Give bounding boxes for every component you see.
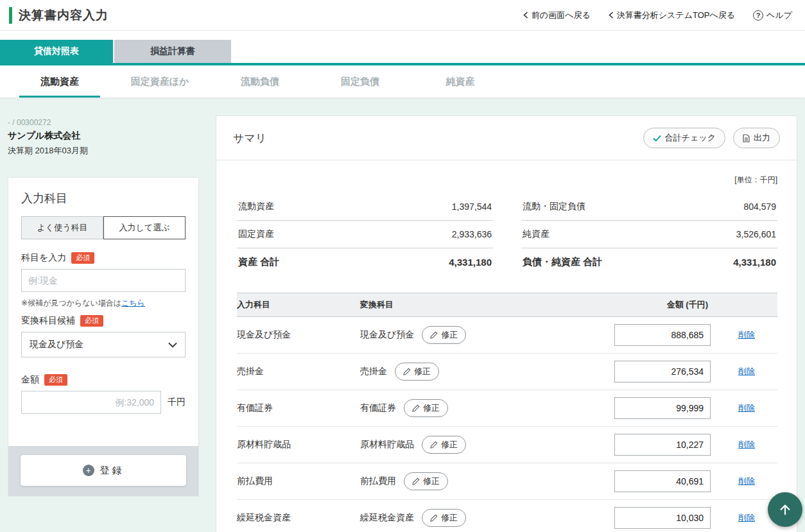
chevron-left-icon [523, 12, 528, 19]
edit-button[interactable]: 修正 [422, 509, 466, 527]
col-converted-subject: 変換科目 [360, 299, 607, 311]
tab-frequent-subjects[interactable]: よく使う科目 [21, 216, 103, 239]
output-button[interactable]: 出力 [733, 128, 780, 148]
table-row: 売掛金 売掛金 修正 削除 [237, 354, 777, 390]
edit-button[interactable]: 修正 [395, 363, 439, 381]
subject-table: 入力科目 変換科目 金額 (千円) 現金及び預金 現金及び預金 修正 削除 [237, 293, 777, 532]
register-footer: 登録 [8, 446, 198, 496]
row-amount-input[interactable] [614, 324, 711, 346]
pencil-icon [403, 368, 411, 375]
amount-label: 金額 [21, 374, 39, 386]
converted-subject: 繰延税金資産 [360, 512, 414, 524]
summary-section: [単位：千円] 流動資産 1,397,544 固定資産 2,933,636 資産… [216, 160, 797, 280]
content-area: - / 00300272 サンプル株式会社 決算期 2018年03月期 入力科目… [0, 98, 805, 532]
subtab-net-assets[interactable]: 純資産 [420, 65, 501, 98]
scroll-to-top-button[interactable] [768, 492, 802, 527]
back-top-link[interactable]: 決算書分析システムTOPへ戻る [609, 10, 735, 21]
summary-total-row: 負債・純資産 合計 4,331,180 [521, 248, 777, 276]
arrow-up-icon [778, 502, 792, 517]
edit-button[interactable]: 修正 [404, 472, 448, 490]
company-name: サンプル株式会社 [8, 130, 199, 142]
pencil-icon [412, 404, 420, 412]
input-subject: 有価証券 [237, 402, 360, 414]
table-header: 入力科目 変換科目 金額 (千円) [237, 293, 777, 317]
converted-subject: 売掛金 [360, 366, 387, 377]
converted-subject: 前払費用 [360, 476, 396, 487]
row-amount-input[interactable] [614, 470, 711, 492]
no-candidate-hint: ※候補が見つからない場合は [21, 298, 121, 307]
table-row: 原材料貯蔵品 原材料貯蔵品 修正 削除 [237, 427, 777, 463]
plus-icon [83, 465, 94, 476]
col-amount: 金額 (千円) [607, 299, 716, 311]
pencil-icon [430, 441, 438, 449]
input-subject: 現金及び預金 [237, 329, 360, 341]
required-badge: 必須 [44, 374, 67, 385]
edit-button[interactable]: 修正 [422, 436, 466, 454]
row-amount-input[interactable] [614, 397, 711, 419]
subject-input[interactable] [21, 269, 186, 292]
conversion-candidate-select[interactable]: 現金及び預金 [21, 332, 186, 357]
left-column: - / 00300272 サンプル株式会社 決算期 2018年03月期 入力科目… [8, 116, 199, 497]
amount-input[interactable] [21, 391, 161, 414]
summary-card: サマリ 合計チェック 出力 [単位：千円] 流動資産 1,397,544 [216, 116, 797, 532]
assets-column: 流動資産 1,397,544 固定資産 2,933,636 資産 合計 4,33… [237, 193, 493, 276]
document-icon [743, 134, 750, 142]
section-tabs: 流動資産 固定資産ほか 流動負債 固定負債 純資産 [0, 65, 805, 98]
delete-link[interactable]: 削除 [738, 513, 755, 522]
top-bar: 決算書内容入力 前の画面へ戻る 決算書分析システムTOPへ戻る ヘルプ [0, 0, 805, 31]
summary-title: サマリ [233, 131, 266, 146]
row-amount-input[interactable] [614, 361, 711, 382]
required-badge: 必須 [71, 252, 94, 263]
here-link[interactable]: こちら [121, 298, 145, 307]
tab-profit-loss[interactable]: 損益計算書 [114, 40, 231, 63]
edit-button[interactable]: 修正 [404, 399, 448, 417]
title-accent-bar [9, 7, 12, 24]
required-badge: 必須 [80, 315, 103, 326]
pencil-icon [430, 331, 438, 339]
row-amount-input[interactable] [614, 434, 711, 456]
converted-subject: 原材料貯蔵品 [360, 439, 414, 450]
help-link[interactable]: ヘルプ [753, 10, 792, 21]
converted-subject: 有価証券 [360, 402, 396, 414]
fiscal-period: 決算期 2018年03月期 [8, 145, 199, 157]
summary-row: 流動資産 1,397,544 [237, 193, 493, 221]
input-subject: 繰延税金資産 [237, 512, 360, 524]
row-amount-input[interactable] [614, 507, 711, 529]
top-nav: 前の画面へ戻る 決算書分析システムTOPへ戻る ヘルプ [523, 10, 792, 21]
input-subject: 原材料貯蔵品 [237, 439, 360, 450]
delete-link[interactable]: 削除 [738, 440, 755, 449]
candidate-label: 変換科目候補 [21, 315, 75, 327]
company-code: - / 00300272 [8, 118, 199, 127]
liabilities-column: 流動・固定負債 804,579 純資産 3,526,601 負債・純資産 合計 … [521, 193, 777, 276]
back-previous-link[interactable]: 前の画面へ戻る [523, 10, 591, 21]
tab-balance-sheet[interactable]: 貸借対照表 [0, 40, 113, 63]
subtab-current-assets[interactable]: 流動資産 [19, 65, 100, 98]
delete-link[interactable]: 削除 [738, 403, 755, 413]
help-icon [753, 10, 763, 21]
panel-title: 入力科目 [21, 191, 186, 206]
register-button[interactable]: 登録 [20, 454, 187, 486]
subtab-fixed-assets[interactable]: 固定資産ほか [119, 65, 200, 98]
subtab-current-liabilities[interactable]: 流動負債 [220, 65, 300, 98]
input-subject-panel: 入力科目 よく使う科目 入力して選ぶ 科目を入力 必須 ※候補が見つからない場合… [8, 177, 199, 497]
amount-unit: 千円 [168, 397, 186, 414]
pencil-icon [412, 477, 420, 485]
edit-button[interactable]: 修正 [422, 326, 466, 344]
unit-note: [単位：千円] [237, 175, 777, 185]
delete-link[interactable]: 削除 [738, 366, 755, 376]
table-row: 繰延税金資産 繰延税金資産 修正 削除 [237, 500, 777, 532]
selected-candidate: 現金及び預金 [30, 339, 83, 350]
table-row: 前払費用 前払費用 修正 削除 [237, 463, 777, 500]
delete-link[interactable]: 削除 [738, 476, 755, 486]
delete-link[interactable]: 削除 [738, 330, 755, 339]
subtab-fixed-liabilities[interactable]: 固定負債 [320, 65, 401, 98]
col-input-subject: 入力科目 [237, 299, 360, 311]
converted-subject: 現金及び預金 [360, 329, 414, 341]
check-icon [653, 135, 661, 142]
tab-type-to-select[interactable]: 入力して選ぶ [103, 216, 186, 239]
total-check-button[interactable]: 合計チェック [643, 128, 725, 148]
page-title: 決算書内容入力 [19, 7, 108, 24]
chevron-left-icon [609, 12, 614, 19]
table-row: 有価証券 有価証券 修正 削除 [237, 390, 777, 427]
summary-row: 流動・固定負債 804,579 [521, 193, 777, 221]
